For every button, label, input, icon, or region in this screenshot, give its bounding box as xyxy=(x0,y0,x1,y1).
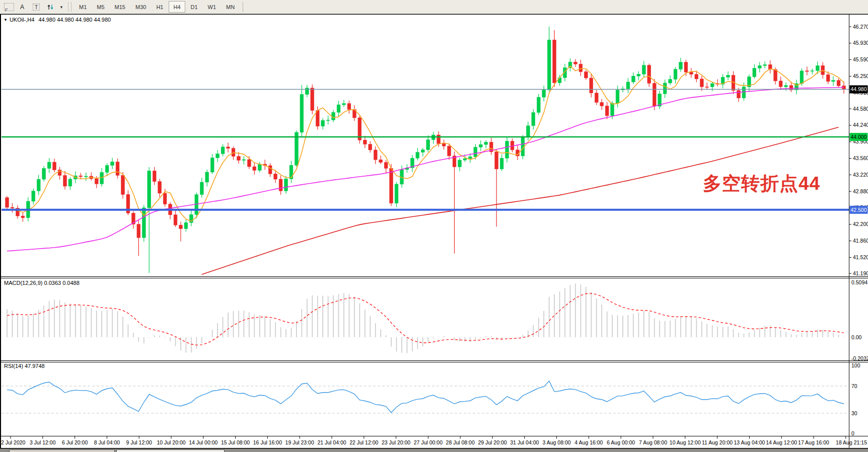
candle-body xyxy=(374,150,377,160)
chart-annotation: 多空转折点44 xyxy=(703,171,820,196)
candle-body xyxy=(210,158,214,172)
candle-body xyxy=(779,81,782,87)
candle-body xyxy=(116,162,119,176)
time-axis-label: 11 Aug 20:00 xyxy=(702,439,733,445)
timeframe-button-m5[interactable]: M5 xyxy=(92,1,109,13)
candle-body xyxy=(669,80,672,83)
candle-body xyxy=(163,193,167,204)
candle-body xyxy=(642,65,645,74)
candle-body xyxy=(448,146,451,156)
text-label-tool-button[interactable]: T xyxy=(30,1,43,13)
candle-body xyxy=(384,163,388,169)
candle-body xyxy=(727,75,730,77)
candle-body xyxy=(79,176,83,177)
candle-body xyxy=(805,71,809,71)
chevron-down-icon: ▾ xyxy=(60,5,63,10)
candle-body xyxy=(6,198,9,207)
candle-body xyxy=(142,208,146,238)
time-axis-label: 23 Jul 20:00 xyxy=(382,439,410,445)
font-tool-button[interactable]: A xyxy=(16,1,29,13)
rsi-axis-label: 70 xyxy=(851,383,857,389)
candle-body xyxy=(111,162,114,166)
chart-canvas[interactable]: 46.27045.93045.59045.25044.91044.58044.2… xyxy=(0,0,868,452)
candle-body xyxy=(474,147,477,157)
time-axis-label: 17 Aug 16:00 xyxy=(798,439,829,445)
time-axis-label: 6 Aug 00:00 xyxy=(607,439,635,445)
candle-body xyxy=(468,157,472,159)
candle-body xyxy=(216,154,220,158)
macd-signal-line xyxy=(7,293,844,345)
candle-body xyxy=(268,166,272,174)
candle-body xyxy=(321,120,325,126)
candle-body xyxy=(605,106,609,116)
candle-body xyxy=(274,174,277,179)
candle-body xyxy=(553,40,556,83)
toolbar-separator xyxy=(243,2,243,12)
price-axis-label: 43.220 xyxy=(853,172,868,178)
candle-body xyxy=(421,150,424,153)
candle-body xyxy=(300,95,304,132)
rsi-line xyxy=(7,381,844,413)
grid-icon: F xyxy=(4,3,14,11)
window-tab[interactable] xyxy=(116,449,225,452)
time-axis-label: 10 Jul 20:00 xyxy=(157,439,185,445)
price-axis-label: 45.590 xyxy=(853,56,868,62)
candle-body xyxy=(505,141,509,158)
ma-mid-line xyxy=(7,88,844,251)
candle-body xyxy=(390,168,393,203)
timeframe-button-d1[interactable]: D1 xyxy=(186,1,202,13)
candle-body xyxy=(674,69,677,79)
candle-body xyxy=(363,140,367,144)
chart-foreground-tool-button[interactable]: F xyxy=(1,1,15,13)
symbol-dropdown-icon[interactable]: ▼ xyxy=(4,18,8,22)
time-axis-label: 7 Aug 08:00 xyxy=(639,439,667,445)
candle-body xyxy=(137,224,140,238)
candle-body xyxy=(679,62,683,69)
timeframe-button-h4[interactable]: H4 xyxy=(169,1,185,13)
price-badge-value: 44.980 xyxy=(850,86,866,92)
timeframe-button-mn[interactable]: MN xyxy=(222,1,239,13)
timeframe-button-h1[interactable]: H1 xyxy=(152,1,168,13)
candle-body xyxy=(284,179,288,191)
time-axis-label: 18 Aug 21:15 xyxy=(836,439,867,445)
candle-body xyxy=(626,82,630,89)
time-axis-label: 14 Jul 00:00 xyxy=(189,439,218,445)
arrange-arrows-button[interactable] xyxy=(44,1,57,13)
window-tab[interactable] xyxy=(9,449,115,452)
price-axis-label: 43.560 xyxy=(853,155,868,161)
candle-body xyxy=(774,69,777,81)
candle-body xyxy=(500,158,503,169)
timeframe-button-m15[interactable]: M15 xyxy=(110,1,130,13)
candle-body xyxy=(737,91,741,98)
price-axis-label: 41.190 xyxy=(853,270,868,276)
timeframe-button-m30[interactable]: M30 xyxy=(131,1,151,13)
candle-body xyxy=(121,175,125,194)
time-axis-label: 16 Jul 16:00 xyxy=(253,439,282,445)
candle-body xyxy=(826,74,830,82)
candle-body xyxy=(611,103,614,116)
candle-body xyxy=(68,179,72,186)
candle-body xyxy=(95,179,98,184)
timeframe-button-group: M1M5M15M30H1H4D1W1MN xyxy=(74,1,240,13)
chart-symbol: UKOil-,H4 xyxy=(10,17,35,23)
candle-body xyxy=(595,93,598,103)
candle-body xyxy=(616,90,619,103)
candle-body xyxy=(426,140,430,150)
candle-body xyxy=(653,83,656,106)
price-badge-value: 42.500 xyxy=(850,207,866,213)
tool-dropdown-button[interactable]: ▾ xyxy=(58,1,65,13)
timeframe-button-w1[interactable]: W1 xyxy=(203,1,221,13)
time-axis-label: 29 Jul 20:00 xyxy=(478,439,507,445)
candle-body xyxy=(174,215,177,225)
candle-body xyxy=(395,184,398,203)
timeframe-button-m1[interactable]: M1 xyxy=(75,1,91,13)
price-axis-label: 46.270 xyxy=(853,24,868,30)
candle-body xyxy=(479,144,482,147)
time-axis-label: 19 Jul 23:00 xyxy=(285,439,314,445)
toolbar-grip[interactable] xyxy=(68,3,71,12)
candle-body xyxy=(532,112,535,125)
candle-body xyxy=(205,172,209,182)
candle-body xyxy=(695,74,698,79)
time-axis-label: 3 Aug 08:00 xyxy=(543,439,571,445)
candle-body xyxy=(600,102,604,106)
